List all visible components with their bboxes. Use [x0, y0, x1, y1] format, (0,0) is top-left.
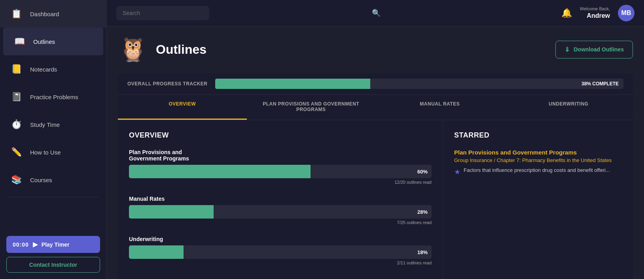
tab-overview[interactable]: OVERVIEW [118, 95, 247, 120]
page-content: 🦉 Outlines ⇓ Download Outlines OVERALL P… [107, 26, 644, 279]
owl-emoji: 🦉 [119, 38, 147, 61]
topbar: 🔍 🔔 Welcome Back, Andrew MB [107, 0, 644, 26]
sidebar-item-courses[interactable]: 📚 Courses [0, 166, 106, 194]
subject-row-2: Underwriting 18% 2/11 outlines read [129, 236, 432, 265]
sidebar-icon-notecards: 📒 [9, 62, 23, 76]
download-outlines-button[interactable]: ⇓ Download Outlines [555, 41, 633, 58]
user-welcome: Welcome Back, [580, 6, 610, 11]
sidebar-icon-practice-problems: 📓 [9, 90, 23, 104]
avatar[interactable]: MB [618, 5, 635, 21]
search-wrap: 🔍 [116, 6, 385, 20]
sidebar-item-practice-problems[interactable]: 📓 Practice Problems [0, 83, 106, 111]
sidebar-label-courses: Courses [30, 177, 52, 183]
tabs-row: OVERVIEWPLAN PROVISIONS AND GOVERNMENT P… [118, 95, 633, 120]
overview-title: OVERVIEW [129, 131, 432, 140]
timer-label: Play Timer [42, 241, 70, 248]
subject-read-1: 7/25 outlines read [129, 220, 432, 225]
user-name: Andrew [587, 12, 610, 20]
subject-bar-pct-text-0: 60% [417, 169, 428, 175]
sidebar-label-practice-problems: Practice Problems [30, 94, 78, 100]
page-title: Outlines [156, 42, 206, 57]
sidebar-divider [8, 197, 98, 197]
starred-item: ★ Factors that influence prescription dr… [454, 167, 622, 176]
sidebar-label-dashboard: Dashboard [30, 11, 59, 17]
progress-bar-fill [215, 79, 370, 89]
sidebar-item-how-to-use[interactable]: ✏️ How to Use [0, 138, 106, 166]
search-icon[interactable]: 🔍 [372, 9, 381, 17]
subject-bar-0: 60% [129, 165, 432, 178]
sidebar-item-study-time[interactable]: ⏱️ Study Time [0, 111, 106, 138]
timer-display: 00:00 [13, 241, 29, 248]
subject-bar-1: 28% [129, 205, 432, 219]
contact-instructor-button[interactable]: Contact Instructor [6, 257, 100, 273]
subject-bar-pct-text-2: 18% [417, 249, 428, 255]
play-timer-button[interactable]: 00:00 ▶ Play Timer [6, 236, 100, 253]
sidebar-label-study-time: Study Time [30, 121, 60, 128]
subject-name-1: Manual Rates [129, 196, 432, 202]
progress-tracker-row: OVERALL PROGRESS TRACKER 38% COMPLETE [118, 73, 633, 95]
subject-name-0: Plan Provisions andGovernment Programs [129, 149, 432, 162]
star-icon: ★ [454, 168, 460, 176]
play-icon: ▶ [33, 241, 38, 248]
progress-bar-remaining: 38% COMPLETE [370, 79, 623, 89]
sidebar-icon-courses: 📚 [9, 173, 23, 187]
tab-underwriting[interactable]: UNDERWRITING [504, 95, 633, 120]
subject-bar-2: 18% [129, 245, 432, 259]
progress-percent-text: 38% COMPLETE [581, 81, 619, 87]
starred-topic[interactable]: Plan Provisions and Government Programs [454, 149, 622, 156]
overview-panel: OVERVIEW Plan Provisions andGovernment P… [118, 120, 443, 279]
sidebar: 📋 Dashboard 📖 Outlines 📒 Notecards 📓 Pra… [0, 0, 107, 279]
progress-tracker-label: OVERALL PROGRESS TRACKER [127, 81, 207, 87]
owl-mascot: 🦉 [118, 34, 148, 64]
subject-bar-pct-text-1: 28% [417, 209, 428, 215]
progress-bar: 38% COMPLETE [215, 79, 623, 89]
subject-row-1: Manual Rates 28% 7/25 outlines read [129, 196, 432, 225]
subject-read-2: 2/11 outlines read [129, 260, 432, 265]
sidebar-icon-study-time: ⏱️ [9, 118, 23, 131]
sidebar-label-outlines: Outlines [33, 38, 55, 45]
tab-plan-provisions[interactable]: PLAN PROVISIONS AND GOVERNMENT PROGRAMS [247, 95, 376, 120]
sidebar-label-how-to-use: How to Use [30, 149, 61, 156]
tab-manual-rates[interactable]: MANUAL RATES [375, 95, 504, 120]
starred-title: STARRED [454, 131, 622, 140]
page-header: 🦉 Outlines ⇓ Download Outlines [118, 34, 633, 64]
user-info: Welcome Back, Andrew [580, 6, 610, 20]
starred-panel: STARRED Plan Provisions and Government P… [443, 120, 633, 279]
notification-icon[interactable]: 🔔 [561, 8, 572, 18]
subject-name-2: Underwriting [129, 236, 432, 242]
main-content: 🔍 🔔 Welcome Back, Andrew MB 🦉 Outlines ⇓… [107, 0, 644, 279]
sidebar-item-notecards[interactable]: 📒 Notecards [0, 55, 106, 83]
starred-subtopic[interactable]: Group Insurance / Chapter 7: Pharmacy Be… [454, 157, 622, 163]
sidebar-icon-dashboard: 📋 [9, 7, 23, 21]
sidebar-icon-how-to-use: ✏️ [9, 145, 23, 159]
subject-bar-fill-0 [129, 165, 311, 178]
sidebar-label-notecards: Notecards [30, 66, 57, 73]
subjects-list: Plan Provisions andGovernment Programs 6… [129, 149, 432, 265]
sidebar-item-dashboard[interactable]: 📋 Dashboard [0, 0, 106, 28]
starred-item-text: Factors that influence prescription drug… [464, 167, 610, 173]
sidebar-icon-outlines: 📖 [13, 35, 26, 48]
subject-row-0: Plan Provisions andGovernment Programs 6… [129, 149, 432, 185]
sidebar-bottom: 00:00 ▶ Play Timer Contact Instructor [0, 230, 106, 279]
download-icon: ⇓ [564, 46, 570, 53]
subject-read-0: 12/20 outlines read [129, 180, 432, 185]
subject-bar-fill-2 [129, 245, 184, 259]
download-btn-label: Download Outlines [574, 46, 624, 53]
main-card: OVERALL PROGRESS TRACKER 38% COMPLETE OV… [118, 73, 633, 279]
topbar-right: 🔔 Welcome Back, Andrew MB [561, 5, 635, 21]
panels: OVERVIEW Plan Provisions andGovernment P… [118, 120, 633, 279]
search-input[interactable] [116, 6, 209, 20]
subject-bar-fill-1 [129, 205, 214, 219]
sidebar-item-outlines[interactable]: 📖 Outlines [3, 28, 103, 55]
